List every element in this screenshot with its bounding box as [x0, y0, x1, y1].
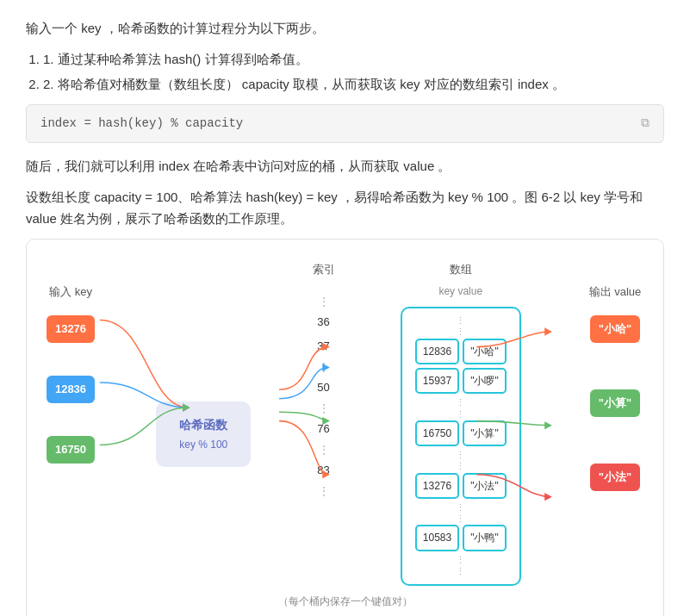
hash-box: 哈希函数 key % 100: [156, 401, 251, 467]
code-text: index = hash(key) % capacity: [40, 114, 243, 134]
array-label: 数组: [450, 260, 472, 279]
cell-row-36: 12836 "小哈": [407, 339, 514, 364]
dots-top: ⋮⋮: [407, 315, 514, 338]
intro-line3: 设数组长度 capacity = 100、哈希算法 hash(key) = ke…: [26, 186, 664, 230]
index-dots-top: ⋮: [319, 293, 329, 310]
index-dots-5: ⋮: [319, 482, 329, 500]
cell-key-12836: 12836: [415, 339, 459, 364]
dots-4: ⋮⋮: [407, 502, 514, 525]
cell-key-15937: 15937: [415, 368, 459, 394]
copy-icon[interactable]: ⧉: [641, 114, 650, 134]
cell-val-小法: "小法": [463, 473, 507, 499]
diagram-inner: 输入 key 13276 12836 16750 哈希函数 key % 100 …: [40, 257, 650, 586]
diagram-container: 输入 key 13276 12836 16750 哈希函数 key % 100 …: [26, 239, 664, 616]
cell-val-小哈: "小哈": [463, 339, 507, 364]
array-border: ⋮⋮ 12836 "小哈" 15937 "小啰" ⋮⋮ 16750: [401, 307, 521, 586]
index-label: 索引: [313, 260, 335, 279]
input-label: 输入 key: [49, 283, 92, 302]
index-50: 50: [317, 376, 329, 400]
intro-line1: 输入一个 key ，哈希函数的计算过程分为以下两步。: [26, 17, 664, 40]
output-col: 输出 value "小哈" "小算" "小法": [581, 283, 650, 515]
cell-val-小啰: "小啰": [463, 368, 507, 394]
cell-val-小鸭: "小鸭": [463, 525, 507, 551]
input-col: 输入 key 13276 12836 16750: [40, 283, 101, 489]
step1: 1. 通过某种哈希算法 hash() 计算得到哈希值。: [43, 48, 664, 71]
intro-line2: 随后，我们就可以利用 index 在哈希表中访问对应的桶，从而获取 value …: [26, 155, 664, 177]
index-col: 索引 ⋮ 36 37 ⋮ 50 ⋮ 76 ⋮ 83 ⋮: [307, 260, 341, 500]
out-小哈: "小哈": [590, 315, 640, 343]
index-36: 36: [317, 310, 329, 334]
index-dots-4: ⋮: [319, 441, 329, 458]
cell-row-83: 10583 "小鸭": [407, 525, 514, 551]
cell-key-16750: 16750: [415, 420, 459, 446]
cell-row-37: 15937 "小啰": [407, 368, 514, 394]
out-小算: "小算": [590, 389, 640, 417]
hash-sub: key % 100: [165, 436, 242, 453]
cell-key-10583: 10583: [415, 525, 459, 551]
index-83: 83: [317, 458, 329, 482]
cell-val-小算: "小算": [463, 420, 507, 446]
index-76: 76: [317, 417, 329, 441]
code-block: index = hash(key) % capacity ⧉: [26, 104, 664, 144]
output-label: 输出 value: [589, 283, 642, 302]
key-12836: 12836: [47, 376, 95, 403]
dots-2: ⋮⋮: [407, 397, 514, 420]
diagram-wrapper: 输入 key 13276 12836 16750 哈希函数 key % 100 …: [40, 257, 650, 586]
cell-row-76: 13276 "小法": [407, 473, 514, 499]
index-entries: ⋮ 36 37 ⋮ 50 ⋮ 76 ⋮ 83 ⋮: [317, 293, 329, 500]
key-16750: 16750: [47, 436, 95, 464]
index-dots-2: ⋮: [319, 358, 329, 376]
hash-title: 哈希函数: [165, 415, 242, 436]
array-col: 数组 key value ⋮⋮ 12836 "小哈" 15937 "小啰" ⋮⋮: [392, 260, 530, 586]
cell-row-50: 16750 "小算": [407, 420, 514, 446]
index-dots-3: ⋮: [319, 400, 329, 417]
cell-key-13276: 13276: [415, 473, 459, 499]
diagram-caption: （每个桶内保存一个键值对）: [40, 593, 650, 610]
kv-label: key value: [438, 283, 482, 300]
index-37: 37: [317, 334, 329, 358]
out-小法: "小法": [590, 464, 640, 491]
dots-3: ⋮⋮: [407, 450, 514, 472]
hash-col: 哈希函数 key % 100: [152, 401, 255, 467]
intro-text: 输入一个 key ，哈希函数的计算过程分为以下两步。 1. 通过某种哈希算法 h…: [26, 17, 664, 230]
key-13276: 13276: [47, 315, 95, 343]
dots-5: ⋮⋮: [407, 555, 514, 577]
step2: 2. 将哈希值对桶数量（数组长度） capacity 取模，从而获取该 key …: [43, 73, 664, 96]
